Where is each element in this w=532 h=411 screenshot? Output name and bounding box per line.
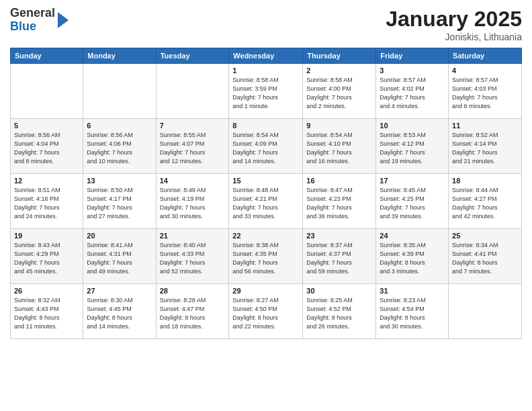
cell-w4-d1: 19Sunrise: 8:43 AM Sunset: 4:29 PM Dayli… xyxy=(11,229,83,284)
day-info: Sunrise: 8:53 AM Sunset: 4:12 PM Dayligh… xyxy=(380,131,445,166)
location: Joniskis, Lithuania xyxy=(386,32,522,42)
cell-w2-d2: 6Sunrise: 8:56 AM Sunset: 4:06 PM Daylig… xyxy=(83,119,156,174)
cell-w2-d4: 8Sunrise: 8:54 AM Sunset: 4:09 PM Daylig… xyxy=(229,119,303,174)
day-number: 8 xyxy=(232,122,299,130)
logo-general: General xyxy=(10,7,55,20)
cell-w2-d7: 11Sunrise: 8:52 AM Sunset: 4:14 PM Dayli… xyxy=(449,119,522,174)
cell-w2-d3: 7Sunrise: 8:55 AM Sunset: 4:07 PM Daylig… xyxy=(156,119,229,174)
day-number: 5 xyxy=(14,122,79,130)
cell-w1-d2 xyxy=(83,64,156,119)
logo-blue: Blue xyxy=(10,20,55,34)
day-number: 18 xyxy=(452,177,518,185)
cell-w3-d5: 16Sunrise: 8:47 AM Sunset: 4:23 PM Dayli… xyxy=(303,174,376,229)
day-number: 11 xyxy=(452,122,518,130)
cell-w1-d7: 4Sunrise: 8:57 AM Sunset: 4:03 PM Daylig… xyxy=(449,64,522,119)
day-info: Sunrise: 8:32 AM Sunset: 4:43 PM Dayligh… xyxy=(14,296,79,331)
day-number: 21 xyxy=(160,232,226,240)
cell-w4-d7: 25Sunrise: 8:34 AM Sunset: 4:41 PM Dayli… xyxy=(449,229,522,284)
cell-w5-d6: 31Sunrise: 8:23 AM Sunset: 4:54 PM Dayli… xyxy=(376,284,449,339)
day-info: Sunrise: 8:54 AM Sunset: 4:09 PM Dayligh… xyxy=(232,131,299,166)
cell-w5-d1: 26Sunrise: 8:32 AM Sunset: 4:43 PM Dayli… xyxy=(11,284,83,339)
day-info: Sunrise: 8:57 AM Sunset: 4:03 PM Dayligh… xyxy=(452,76,518,111)
day-number: 29 xyxy=(232,287,299,295)
cell-w5-d4: 29Sunrise: 8:27 AM Sunset: 4:50 PM Dayli… xyxy=(229,284,303,339)
day-info: Sunrise: 8:57 AM Sunset: 4:02 PM Dayligh… xyxy=(380,76,445,111)
day-number: 2 xyxy=(306,66,372,75)
logo: General Blue xyxy=(10,7,70,34)
day-number: 31 xyxy=(380,287,445,295)
logo-text: General Blue xyxy=(10,7,55,34)
week-row-1: 1Sunrise: 8:58 AM Sunset: 3:59 PM Daylig… xyxy=(11,64,522,119)
day-number: 9 xyxy=(306,122,372,130)
page: General Blue January 2025 Joniskis, Lith… xyxy=(0,0,532,411)
day-info: Sunrise: 8:47 AM Sunset: 4:23 PM Dayligh… xyxy=(306,186,372,221)
day-number: 28 xyxy=(160,287,226,295)
day-info: Sunrise: 8:48 AM Sunset: 4:21 PM Dayligh… xyxy=(232,186,299,221)
cell-w3-d6: 17Sunrise: 8:45 AM Sunset: 4:25 PM Dayli… xyxy=(376,174,449,229)
col-tuesday: Tuesday xyxy=(156,48,229,64)
day-number: 1 xyxy=(232,66,299,75)
day-number: 19 xyxy=(14,232,79,240)
cell-w4-d4: 22Sunrise: 8:38 AM Sunset: 4:35 PM Dayli… xyxy=(229,229,303,284)
day-info: Sunrise: 8:52 AM Sunset: 4:14 PM Dayligh… xyxy=(452,131,518,166)
day-info: Sunrise: 8:45 AM Sunset: 4:25 PM Dayligh… xyxy=(380,186,445,221)
day-info: Sunrise: 8:30 AM Sunset: 4:45 PM Dayligh… xyxy=(87,296,152,331)
day-info: Sunrise: 8:44 AM Sunset: 4:27 PM Dayligh… xyxy=(452,186,518,221)
col-thursday: Thursday xyxy=(303,48,376,64)
day-info: Sunrise: 8:28 AM Sunset: 4:47 PM Dayligh… xyxy=(160,296,226,331)
cell-w4-d2: 20Sunrise: 8:41 AM Sunset: 4:31 PM Dayli… xyxy=(83,229,156,284)
title-section: January 2025 Joniskis, Lithuania xyxy=(386,7,522,42)
day-info: Sunrise: 8:34 AM Sunset: 4:41 PM Dayligh… xyxy=(452,241,518,276)
header: General Blue January 2025 Joniskis, Lith… xyxy=(10,7,522,42)
day-info: Sunrise: 8:49 AM Sunset: 4:19 PM Dayligh… xyxy=(160,186,226,221)
day-number: 12 xyxy=(14,177,79,185)
day-info: Sunrise: 8:27 AM Sunset: 4:50 PM Dayligh… xyxy=(232,296,299,331)
day-number: 24 xyxy=(380,232,445,240)
day-info: Sunrise: 8:37 AM Sunset: 4:37 PM Dayligh… xyxy=(306,241,372,276)
day-info: Sunrise: 8:38 AM Sunset: 4:35 PM Dayligh… xyxy=(232,241,299,276)
day-info: Sunrise: 8:25 AM Sunset: 4:52 PM Dayligh… xyxy=(306,296,372,331)
calendar-table: Sunday Monday Tuesday Wednesday Thursday… xyxy=(10,48,522,339)
cell-w2-d1: 5Sunrise: 8:56 AM Sunset: 4:04 PM Daylig… xyxy=(11,119,83,174)
day-info: Sunrise: 8:58 AM Sunset: 3:59 PM Dayligh… xyxy=(232,76,299,111)
day-number: 20 xyxy=(87,232,152,240)
day-number: 22 xyxy=(232,232,299,240)
day-number: 30 xyxy=(306,287,372,295)
cell-w4-d6: 24Sunrise: 8:35 AM Sunset: 4:39 PM Dayli… xyxy=(376,229,449,284)
day-number: 7 xyxy=(160,122,226,130)
header-row: Sunday Monday Tuesday Wednesday Thursday… xyxy=(11,48,522,64)
day-info: Sunrise: 8:43 AM Sunset: 4:29 PM Dayligh… xyxy=(14,241,79,276)
day-info: Sunrise: 8:23 AM Sunset: 4:54 PM Dayligh… xyxy=(380,296,445,331)
cell-w4-d5: 23Sunrise: 8:37 AM Sunset: 4:37 PM Dayli… xyxy=(303,229,376,284)
day-info: Sunrise: 8:35 AM Sunset: 4:39 PM Dayligh… xyxy=(380,241,445,276)
cell-w1-d4: 1Sunrise: 8:58 AM Sunset: 3:59 PM Daylig… xyxy=(229,64,303,119)
cell-w3-d2: 13Sunrise: 8:50 AM Sunset: 4:17 PM Dayli… xyxy=(83,174,156,229)
day-number: 17 xyxy=(380,177,445,185)
week-row-3: 12Sunrise: 8:51 AM Sunset: 4:16 PM Dayli… xyxy=(11,174,522,229)
day-number: 25 xyxy=(452,232,518,240)
col-wednesday: Wednesday xyxy=(229,48,303,64)
day-info: Sunrise: 8:55 AM Sunset: 4:07 PM Dayligh… xyxy=(160,131,226,166)
cell-w5-d2: 27Sunrise: 8:30 AM Sunset: 4:45 PM Dayli… xyxy=(83,284,156,339)
cell-w3-d4: 15Sunrise: 8:48 AM Sunset: 4:21 PM Dayli… xyxy=(229,174,303,229)
col-friday: Friday xyxy=(376,48,449,64)
day-info: Sunrise: 8:58 AM Sunset: 4:00 PM Dayligh… xyxy=(306,76,372,111)
col-monday: Monday xyxy=(83,48,156,64)
cell-w3-d3: 14Sunrise: 8:49 AM Sunset: 4:19 PM Dayli… xyxy=(156,174,229,229)
cell-w1-d5: 2Sunrise: 8:58 AM Sunset: 4:00 PM Daylig… xyxy=(303,64,376,119)
cell-w1-d3 xyxy=(156,64,229,119)
week-row-4: 19Sunrise: 8:43 AM Sunset: 4:29 PM Dayli… xyxy=(11,229,522,284)
day-number: 13 xyxy=(87,177,152,185)
week-row-5: 26Sunrise: 8:32 AM Sunset: 4:43 PM Dayli… xyxy=(11,284,522,339)
svg-marker-0 xyxy=(58,12,69,28)
day-number: 15 xyxy=(232,177,299,185)
day-info: Sunrise: 8:40 AM Sunset: 4:33 PM Dayligh… xyxy=(160,241,226,276)
day-info: Sunrise: 8:56 AM Sunset: 4:06 PM Dayligh… xyxy=(87,131,152,166)
day-number: 16 xyxy=(306,177,372,185)
week-row-2: 5Sunrise: 8:56 AM Sunset: 4:04 PM Daylig… xyxy=(11,119,522,174)
day-number: 3 xyxy=(380,66,445,75)
cell-w3-d1: 12Sunrise: 8:51 AM Sunset: 4:16 PM Dayli… xyxy=(11,174,83,229)
cell-w2-d5: 9Sunrise: 8:54 AM Sunset: 4:10 PM Daylig… xyxy=(303,119,376,174)
day-info: Sunrise: 8:51 AM Sunset: 4:16 PM Dayligh… xyxy=(14,186,79,221)
cell-w5-d3: 28Sunrise: 8:28 AM Sunset: 4:47 PM Dayli… xyxy=(156,284,229,339)
